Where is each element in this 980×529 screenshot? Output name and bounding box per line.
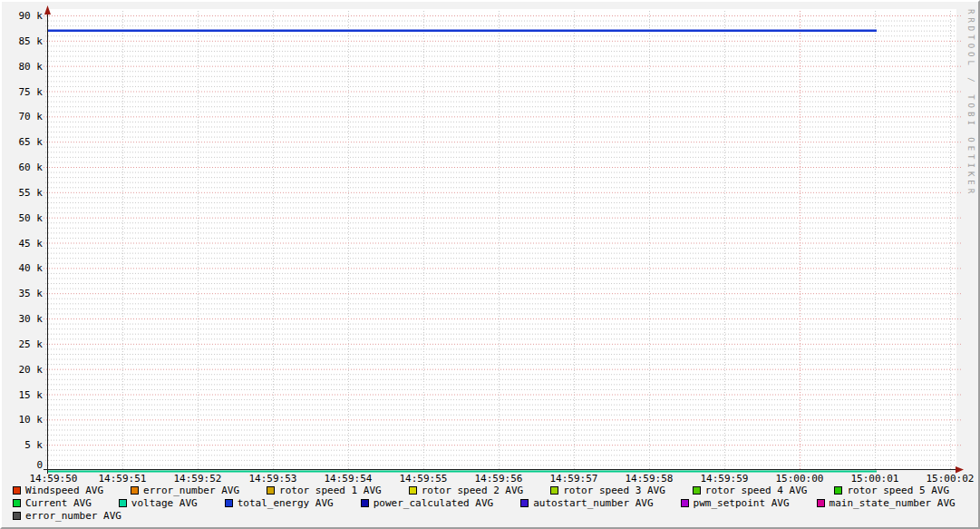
- legend-swatch-icon: [834, 486, 842, 495]
- legend-row: error_number AVG: [13, 509, 956, 522]
- legend-item: rotor speed 2 AVG: [409, 485, 524, 496]
- y-tick-label: 15 k: [19, 389, 44, 401]
- legend-swatch-icon: [520, 499, 529, 507]
- y-tick-label: 60 k: [19, 162, 44, 173]
- legend-label: Current AVG: [25, 497, 92, 509]
- y-tick-label: 75 k: [19, 86, 44, 98]
- legend-label: rotor speed 4 AVG: [705, 485, 808, 496]
- legend-item: pwm_setpoint AVG: [681, 497, 790, 509]
- y-tick-label: 55 k: [19, 187, 44, 199]
- y-tick-label: 50 k: [19, 212, 44, 224]
- legend-item: main_state_number AVG: [817, 497, 956, 509]
- legend-swatch-icon: [693, 486, 701, 495]
- legend-item: rotor speed 5 AVG: [834, 485, 949, 496]
- legend-swatch-icon: [681, 499, 689, 507]
- plot-canvas: [47, 9, 956, 470]
- legend-label: pwm_setpoint AVG: [694, 497, 790, 509]
- legend-label: voltage AVG: [131, 497, 198, 509]
- legend-label: autostart_number AVG: [533, 497, 653, 509]
- y-tick-label: 65 k: [19, 136, 44, 148]
- legend-swatch-icon: [409, 486, 417, 495]
- legend-label: rotor speed 2 AVG: [422, 485, 524, 496]
- legend-label: rotor speed 1 AVG: [279, 485, 382, 496]
- legend-swatch-icon: [225, 499, 233, 507]
- legend-swatch-icon: [131, 486, 139, 495]
- legend-item: error_number AVG: [131, 485, 239, 496]
- legend-label: Windspeed AVG: [25, 485, 103, 496]
- chart-legend: Windspeed AVGerror_number AVGrotor speed…: [13, 484, 956, 522]
- legend-label: main_state_number AVG: [830, 497, 956, 509]
- legend-swatch-icon: [119, 499, 127, 507]
- legend-swatch-icon: [550, 486, 558, 495]
- legend-swatch-icon: [13, 499, 21, 507]
- legend-label: error_number AVG: [143, 485, 239, 496]
- legend-swatch-icon: [13, 486, 21, 495]
- legend-row: Current AVGvoltage AVGtotal_energy AVGpo…: [13, 496, 956, 509]
- y-tick-label: 85 k: [19, 35, 44, 47]
- y-tick-label: 5 k: [24, 439, 43, 451]
- y-tick-label: 80 k: [19, 61, 44, 73]
- legend-item: total_energy AVG: [225, 497, 334, 509]
- legend-label: power_calculated AVG: [374, 497, 493, 509]
- y-tick-label: 45 k: [19, 238, 44, 250]
- legend-label: total_energy AVG: [238, 497, 334, 509]
- y-tick-label: 0: [36, 459, 43, 471]
- chart-plot-area: 05 k10 k15 k20 k25 k30 k35 k40 k45 k50 k…: [2, 2, 980, 529]
- legend-item: error_number AVG: [13, 510, 121, 522]
- y-tick-label: 90 k: [19, 10, 44, 22]
- legend-item: rotor speed 3 AVG: [550, 485, 665, 496]
- legend-item: voltage AVG: [119, 497, 198, 509]
- legend-item: Current AVG: [13, 497, 92, 509]
- legend-item: rotor speed 4 AVG: [693, 485, 808, 496]
- y-tick-label: 40 k: [19, 262, 44, 274]
- legend-label: rotor speed 3 AVG: [563, 485, 665, 496]
- legend-item: autostart_number AVG: [520, 497, 653, 509]
- legend-swatch-icon: [267, 486, 275, 495]
- y-tick-label: 20 k: [19, 364, 44, 376]
- y-tick-label: 25 k: [19, 338, 44, 350]
- legend-swatch-icon: [361, 499, 369, 507]
- legend-item: Windspeed AVG: [13, 485, 103, 496]
- legend-item: power_calculated AVG: [361, 497, 493, 509]
- legend-swatch-icon: [817, 499, 825, 507]
- legend-swatch-icon: [13, 512, 21, 520]
- y-tick-label: 70 k: [19, 111, 44, 122]
- legend-row: Windspeed AVGerror_number AVGrotor speed…: [13, 484, 956, 496]
- legend-label: rotor speed 5 AVG: [847, 485, 949, 496]
- y-tick-label: 10 k: [19, 414, 44, 426]
- rrdtool-watermark: RRDTOOL / TOBI OETIKER: [966, 9, 975, 197]
- y-tick-label: 35 k: [19, 288, 44, 299]
- rrdtool-graph: 05 k10 k15 k20 k25 k30 k35 k40 k45 k50 k…: [0, 0, 980, 529]
- legend-item: rotor speed 1 AVG: [267, 485, 382, 496]
- legend-label: error_number AVG: [25, 510, 121, 522]
- y-tick-label: 30 k: [19, 313, 44, 325]
